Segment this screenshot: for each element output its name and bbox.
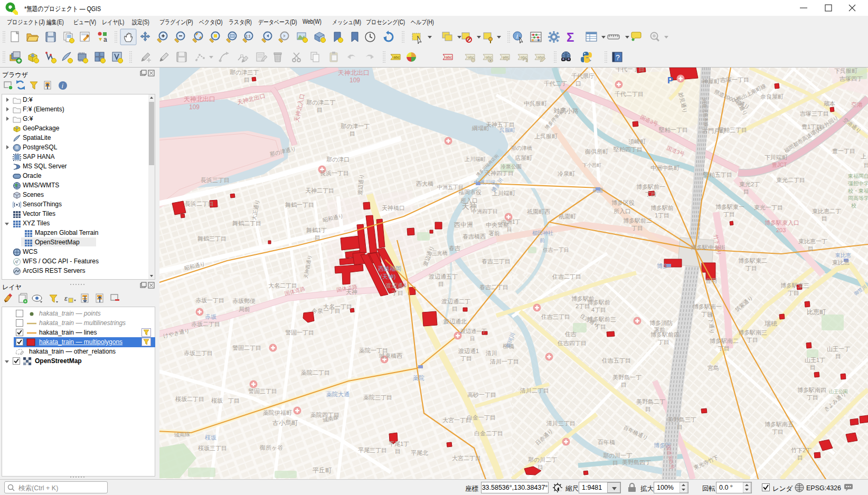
svg-text:桜坂: 桜坂 xyxy=(205,434,216,441)
svg-text:美野島二丁: 美野島二丁 xyxy=(636,398,665,405)
svg-text:山王1丁: 山王1丁 xyxy=(805,357,825,363)
svg-text:目: 目 xyxy=(797,454,803,461)
svg-text:清川二丁目: 清川二丁目 xyxy=(520,387,549,394)
svg-text:大宮二丁目: 大宮二丁目 xyxy=(452,455,481,461)
svg-text:桜坂二丁目: 桜坂二丁目 xyxy=(175,396,204,402)
svg-text:豊JCT: 豊JCT xyxy=(772,162,787,168)
svg-text:203: 203 xyxy=(776,227,786,233)
svg-text:下呉服町: 下呉服町 xyxy=(834,68,857,74)
svg-text:千代二丁目: 千代二丁目 xyxy=(615,91,644,97)
svg-text:薬院二丁目: 薬院二丁目 xyxy=(301,369,330,376)
svg-text:目: 目 xyxy=(317,107,323,113)
svg-text:1丁目: 1丁目 xyxy=(655,212,669,218)
svg-text:東光二丁目: 東光二丁目 xyxy=(776,177,805,183)
svg-text:目: 目 xyxy=(835,353,841,359)
svg-text:校・東福: 校・東福 xyxy=(847,188,868,194)
svg-text:丁目: 丁目 xyxy=(392,290,403,296)
svg-text:109: 109 xyxy=(189,103,200,111)
svg-text:丁目: 丁目 xyxy=(645,191,657,197)
svg-text:所入口: 所入口 xyxy=(614,208,631,214)
svg-text:空港: 空港 xyxy=(851,101,863,108)
svg-text:天神四丁目: 天神四丁目 xyxy=(485,170,514,176)
svg-text:下小呂町: 下小呂町 xyxy=(582,163,601,168)
svg-text:山王公園: 山王公園 xyxy=(829,389,848,394)
svg-text:下川端町: 下川端町 xyxy=(765,154,788,160)
svg-text:中洲1丁: 中洲1丁 xyxy=(502,219,521,225)
svg-text:天神: 天神 xyxy=(346,289,357,295)
svg-text:abc: abc xyxy=(486,55,492,60)
svg-text:那の川二丁: 那の川二丁 xyxy=(528,456,557,463)
svg-text:薬院: 薬院 xyxy=(413,375,424,381)
svg-text:口: 口 xyxy=(575,80,581,87)
svg-text:i: i xyxy=(62,82,63,90)
svg-text:住吉四丁目: 住吉四丁目 xyxy=(557,340,587,346)
svg-text:堅粕三丁目: 堅粕三丁目 xyxy=(718,127,747,133)
svg-text:天神二丁目: 天神二丁目 xyxy=(305,187,334,194)
svg-text:美野島三丁: 美野島三丁 xyxy=(667,416,696,423)
svg-text:薬院大通: 薬院大通 xyxy=(326,391,350,397)
svg-text:博多駅東二: 博多駅東二 xyxy=(738,258,767,264)
svg-text:目: 目 xyxy=(677,424,683,430)
svg-text:彊館中学: 彊館中学 xyxy=(848,180,868,186)
svg-text:平尾北: 平尾北 xyxy=(411,450,428,456)
svg-text:天神橋口: 天神橋口 xyxy=(382,205,405,211)
svg-text:渡辺通1: 渡辺通1 xyxy=(458,348,479,354)
svg-text:春吉橋西: 春吉橋西 xyxy=(463,233,486,240)
svg-text:桜坂三丁目: 桜坂三丁目 xyxy=(198,445,227,451)
svg-text:天神北出口: 天神北出口 xyxy=(184,96,215,103)
svg-text:長浜三丁目: 長浜三丁目 xyxy=(201,177,230,183)
svg-text:百年橋: 百年橋 xyxy=(598,439,615,445)
svg-text:桜坂: 桜坂 xyxy=(211,397,223,404)
svg-text:舞鶴二丁目: 舞鶴二丁目 xyxy=(232,220,261,226)
svg-text:吉塚一丁目: 吉塚一丁目 xyxy=(720,77,749,83)
svg-text:平尾1丁: 平尾1丁 xyxy=(389,441,409,447)
svg-text:東比恵: 東比恵 xyxy=(832,259,850,265)
svg-text:目: 目 xyxy=(452,306,458,312)
svg-text:目: 目 xyxy=(808,245,814,252)
svg-text:上: 上 xyxy=(861,153,866,159)
svg-text:住吉二丁目: 住吉二丁目 xyxy=(552,273,581,280)
svg-text:中洲川端: 中洲川端 xyxy=(474,179,495,185)
svg-text:目: 目 xyxy=(395,448,401,454)
svg-text:那の津二丁: 那の津二丁 xyxy=(306,99,335,106)
svg-text:丁目: 丁目 xyxy=(723,211,735,217)
svg-text:目: 目 xyxy=(612,460,618,466)
svg-text:住吉: 住吉 xyxy=(564,331,577,337)
svg-text:平丘町: 平丘町 xyxy=(313,467,332,474)
svg-text:校: 校 xyxy=(851,203,856,208)
svg-text:丁目: 丁目 xyxy=(595,323,606,330)
svg-text:宮島: 宮島 xyxy=(707,365,719,371)
svg-text:目: 目 xyxy=(810,364,816,370)
svg-text:呉服町: 呉服町 xyxy=(499,127,515,133)
svg-text:山王一丁: 山王一丁 xyxy=(827,346,850,352)
svg-text:?: ? xyxy=(616,53,620,62)
svg-text:住吉三丁目: 住吉三丁目 xyxy=(541,313,570,320)
svg-text:目: 目 xyxy=(244,77,250,83)
svg-text:博多区役: 博多区役 xyxy=(611,199,635,206)
svg-text:古小烏町: 古小烏町 xyxy=(272,419,298,426)
svg-text:上川端町: 上川端町 xyxy=(464,156,486,162)
svg-text:瑞穂: 瑞穂 xyxy=(765,320,777,327)
svg-text:Σ: Σ xyxy=(567,30,574,44)
svg-text:天神北出口: 天神北出口 xyxy=(338,69,370,77)
svg-text:今泉一丁目: 今泉一丁目 xyxy=(312,308,341,314)
svg-text:薬院伊福町: 薬院伊福町 xyxy=(263,410,292,416)
svg-text:目: 目 xyxy=(822,215,827,222)
svg-text:上呉服町: 上呉服町 xyxy=(534,133,558,139)
svg-text:1:1: 1:1 xyxy=(246,34,251,38)
svg-text:大名二丁目: 大名二丁目 xyxy=(268,282,297,289)
svg-text:目: 目 xyxy=(438,281,444,287)
svg-text:東光一丁目: 東光一丁目 xyxy=(754,204,783,211)
svg-text:博多駅前二: 博多駅前二 xyxy=(623,217,652,224)
svg-text:堅粕一丁目: 堅粕一丁目 xyxy=(658,127,688,133)
svg-text:abc: abc xyxy=(446,55,452,60)
svg-text:博多駅前三: 博多駅前三 xyxy=(587,316,616,322)
svg-text:薬院三丁目: 薬院三丁目 xyxy=(363,394,392,401)
svg-text:冷泉町: 冷泉町 xyxy=(558,170,575,177)
svg-text:白金二丁目: 白金二丁目 xyxy=(474,430,503,436)
svg-text:吉塚三丁目: 吉塚三丁目 xyxy=(799,110,829,117)
svg-text:丁目: 丁目 xyxy=(772,429,784,435)
svg-text:丁目: 丁目 xyxy=(460,355,472,361)
svg-text:丁目: 丁目 xyxy=(631,225,643,231)
svg-text:西大橋: 西大橋 xyxy=(416,180,433,187)
